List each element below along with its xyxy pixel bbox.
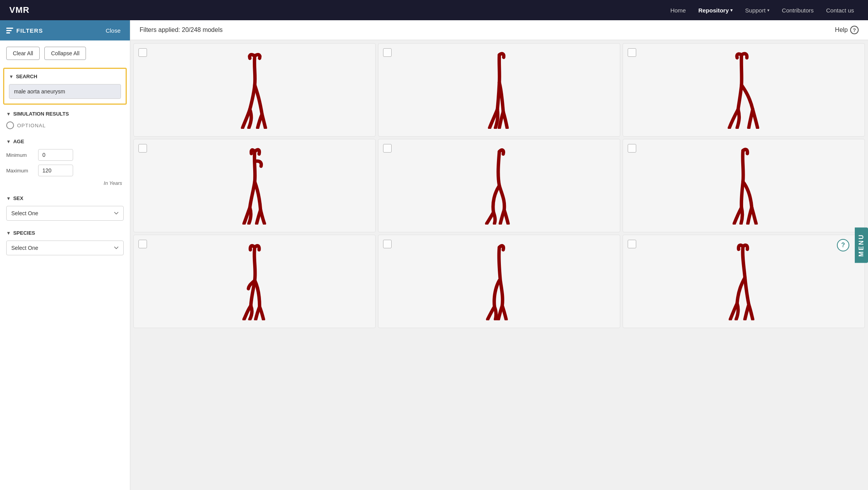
model-image-7 (231, 242, 278, 320)
help-label: Help (835, 26, 848, 33)
nav-support[interactable]: Support (740, 5, 774, 16)
sex-label: SEX (13, 195, 23, 201)
model-checkbox-5[interactable] (383, 144, 392, 153)
model-checkbox-6[interactable] (628, 144, 636, 153)
model-image-5 (476, 147, 523, 225)
sidebar-actions: Clear All Collapse All (0, 40, 130, 66)
nav-home[interactable]: Home (666, 5, 691, 16)
model-grid (130, 40, 868, 490)
species-chevron: ▼ (6, 230, 11, 236)
model-checkbox-8[interactable] (383, 240, 392, 248)
filter-status: Filters applied: 20/248 models (140, 26, 222, 33)
sex-chevron: ▼ (6, 196, 11, 201)
model-image-8 (476, 242, 523, 320)
model-image-3 (721, 51, 767, 129)
model-card-8[interactable] (378, 235, 620, 328)
model-checkbox-3[interactable] (628, 48, 636, 57)
simulation-chevron: ▼ (6, 111, 11, 117)
model-checkbox-1[interactable] (138, 48, 147, 57)
age-section-header[interactable]: ▼ AGE (6, 139, 124, 144)
search-label: SEARCH (16, 74, 37, 79)
menu-tab[interactable]: MENU (855, 227, 868, 263)
species-section-header[interactable]: ▼ SPECIES (6, 230, 124, 236)
sex-section: ▼ SEX Select One Male Female Unknown (0, 191, 130, 225)
nav-contact[interactable]: Contact us (821, 5, 859, 16)
filters-label: FILTERS (16, 27, 43, 34)
filter-icon (6, 28, 13, 33)
model-card-9[interactable] (623, 235, 865, 328)
main-layout: FILTERS Close Clear All Collapse All ▼ S… (0, 20, 868, 490)
age-max-input[interactable] (38, 165, 73, 176)
species-section: ▼ SPECIES Select One Human Animal (0, 225, 130, 260)
model-checkbox-9[interactable] (628, 240, 636, 248)
model-card-4[interactable] (133, 139, 376, 232)
navbar: VMR Home Repository Support Contributors… (0, 0, 868, 20)
sex-section-header[interactable]: ▼ SEX (6, 195, 124, 201)
simulation-section: ▼ SIMULATION RESULTS OPTIONAL (0, 106, 130, 134)
model-card-2[interactable] (378, 43, 620, 137)
search-chevron: ▼ (9, 74, 14, 79)
age-max-label: Maximum (6, 168, 33, 174)
help-icon: ? (850, 26, 859, 34)
age-section: ▼ AGE Minimum Maximum In Years (0, 134, 130, 191)
age-max-row: Maximum (6, 165, 124, 176)
model-card-1[interactable] (133, 43, 376, 137)
species-select-wrapper: Select One Human Animal (6, 241, 124, 255)
search-section: ▼ SEARCH (3, 68, 127, 105)
nav-contributors[interactable]: Contributors (777, 5, 819, 16)
model-image-6 (721, 147, 767, 225)
model-card-5[interactable] (378, 139, 620, 232)
sex-select[interactable]: Select One Male Female Unknown (6, 206, 124, 221)
simulation-radio-group: OPTIONAL (6, 121, 124, 129)
age-label: AGE (13, 139, 24, 144)
model-image-2 (476, 51, 523, 129)
model-card-6[interactable] (623, 139, 865, 232)
clear-all-button[interactable]: Clear All (6, 47, 40, 60)
nav-links: Home Repository Support Contributors Con… (666, 5, 859, 16)
simulation-section-header[interactable]: ▼ SIMULATION RESULTS (6, 111, 124, 117)
age-min-row: Minimum (6, 149, 124, 161)
sidebar-title: FILTERS (6, 27, 43, 34)
help-button[interactable]: Help ? (835, 26, 859, 34)
simulation-radio[interactable] (6, 121, 14, 129)
search-section-header[interactable]: ▼ SEARCH (9, 74, 121, 79)
model-image-9 (721, 242, 767, 320)
model-image-1 (231, 51, 278, 129)
sidebar-header: FILTERS Close (0, 20, 130, 40)
content-header: Filters applied: 20/248 models Help ? (130, 20, 868, 40)
help-side-button[interactable]: ? (837, 239, 849, 251)
collapse-all-button[interactable]: Collapse All (44, 47, 86, 60)
age-unit: In Years (6, 180, 124, 186)
model-card-3[interactable] (623, 43, 865, 137)
age-min-label: Minimum (6, 152, 33, 158)
close-button[interactable]: Close (103, 26, 124, 35)
model-checkbox-7[interactable] (138, 240, 147, 248)
sidebar: FILTERS Close Clear All Collapse All ▼ S… (0, 20, 130, 490)
species-select[interactable]: Select One Human Animal (6, 241, 124, 255)
sex-select-wrapper: Select One Male Female Unknown (6, 206, 124, 221)
age-min-input[interactable] (38, 149, 73, 161)
age-chevron: ▼ (6, 139, 11, 144)
sidebar-scroll: ▼ SEARCH ▼ SIMULATION RESULTS OPTIONAL (0, 66, 130, 490)
simulation-label: SIMULATION RESULTS (13, 111, 69, 117)
model-checkbox-4[interactable] (138, 144, 147, 153)
model-image-4 (231, 147, 278, 225)
species-label: SPECIES (13, 230, 35, 236)
search-input[interactable] (9, 84, 121, 99)
model-card-7[interactable] (133, 235, 376, 328)
simulation-option-label: OPTIONAL (17, 123, 46, 128)
model-checkbox-2[interactable] (383, 48, 392, 57)
content-area: Filters applied: 20/248 models Help ? (130, 20, 868, 490)
nav-repository[interactable]: Repository (694, 5, 737, 16)
brand-logo: VMR (9, 5, 30, 15)
